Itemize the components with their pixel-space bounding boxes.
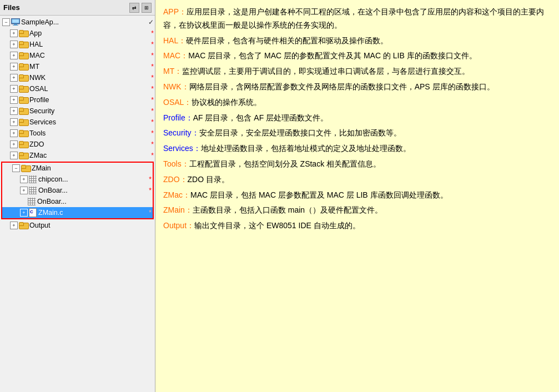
zdo-desc-text: ZDO 目录。 xyxy=(188,175,229,184)
description-panel: APP：应用层目录，这是用户创建各种不同工程的区域，在这个目录中包含了应用层的内… xyxy=(155,0,559,392)
output-label: Output xyxy=(29,222,154,229)
osal-expander[interactable]: + xyxy=(10,85,18,93)
file-panel-header: Files ⇄ ⊞ xyxy=(0,0,155,16)
app-desc: APP：应用层目录，这是用户创建各种不同工程的区域，在这个目录中包含了应用层的内… xyxy=(163,6,551,32)
nwk-desc-text: 网络层目录，含网络层配置参数文件及网络层库的函数接口文件，APS 层库的函数接口… xyxy=(189,82,495,91)
services-expander[interactable]: + xyxy=(10,118,18,126)
hal-folder-icon xyxy=(19,41,28,48)
zmac-label: ZMac xyxy=(29,152,149,159)
mt-keyword: MT： xyxy=(163,67,182,76)
security-folder-icon xyxy=(19,108,28,115)
zmainc-label: ZMain.c xyxy=(38,209,147,217)
zmac-desc: ZMac：MAC 层目录，包括 MAC 层参数配置及 MAC 层 LIB 库函数… xyxy=(163,189,551,202)
file-panel: Files ⇄ ⊞ − SampleAp... ✓ xyxy=(0,0,155,392)
mt-folder-icon xyxy=(19,63,28,71)
zdo-label: ZDO xyxy=(29,140,149,148)
nwk-expander[interactable]: + xyxy=(10,74,18,82)
tree-item-mt[interactable]: + MT * xyxy=(0,61,155,72)
hal-expander[interactable]: + xyxy=(10,41,18,48)
output-expander[interactable]: + xyxy=(10,222,18,229)
tree-item-zmainc[interactable]: + ZMain.c * xyxy=(2,207,153,218)
mac-label: MAC xyxy=(29,52,149,59)
security-desc: Security：安全层目录，安全层处理函数接口文件，比如加密函数等。 xyxy=(163,127,551,140)
app-expander[interactable]: + xyxy=(10,29,18,37)
tree-item-zdo[interactable]: + ZDO * xyxy=(0,139,155,150)
nwk-desc: NWK：网络层目录，含网络层配置参数文件及网络层库的函数接口文件，APS 层库的… xyxy=(163,81,551,94)
zmainc-expander[interactable]: + xyxy=(20,209,28,217)
output-folder-icon xyxy=(19,222,28,229)
tree-item-tools[interactable]: + Tools * xyxy=(0,128,155,139)
tree-item-hal[interactable]: + HAL * xyxy=(0,39,155,50)
view-icon[interactable]: ⊞ xyxy=(142,3,152,13)
onboard2-grid-icon xyxy=(28,198,36,205)
osal-star: * xyxy=(151,85,154,93)
mac-expander[interactable]: + xyxy=(10,52,18,59)
app-keyword: APP： xyxy=(163,7,187,16)
file-tree[interactable]: − SampleAp... ✓ + App * + xyxy=(0,16,155,392)
tools-folder-icon xyxy=(19,130,28,137)
tree-item-osal[interactable]: + OSAL * xyxy=(0,83,155,94)
tools-expander[interactable]: + xyxy=(10,129,18,137)
svg-rect-1 xyxy=(12,19,19,23)
tree-item-mac[interactable]: + MAC * xyxy=(0,50,155,61)
services-keyword: Services： xyxy=(163,144,201,153)
nwk-label: NWK xyxy=(29,74,149,82)
tree-item-onboard2[interactable]: OnBoar... xyxy=(2,196,153,207)
tree-item-output[interactable]: + Output xyxy=(0,220,155,231)
tree-item-security[interactable]: + Security * xyxy=(0,105,155,117)
zdo-expander[interactable]: + xyxy=(10,140,18,148)
zmain-desc: ZMain：主函数目录，包括入口函数 main（）及硬件配置文件。 xyxy=(163,204,551,217)
zmac-desc-text: MAC 层目录，包括 MAC 层参数配置及 MAC 层 LIB 库函数回调处理函… xyxy=(190,190,448,199)
zmain-folder-icon xyxy=(21,165,30,172)
sync-icon[interactable]: ⇄ xyxy=(129,3,139,13)
app-folder-icon xyxy=(19,30,28,37)
zmac-star: * xyxy=(151,152,154,159)
tree-root[interactable]: − SampleAp... ✓ xyxy=(0,17,155,28)
tree-item-app[interactable]: + App * xyxy=(0,28,155,39)
chipcon-star: * xyxy=(149,175,152,183)
tree-item-chipcon[interactable]: + chipcon... * xyxy=(2,174,153,185)
services-star: * xyxy=(151,118,154,126)
tree-item-zmain[interactable]: − ZMain xyxy=(2,163,153,174)
mt-expander[interactable]: + xyxy=(10,63,18,71)
tools-keyword: Tools： xyxy=(163,159,189,168)
root-expander[interactable]: − xyxy=(2,18,10,26)
zmain-desc-text: 主函数目录，包括入口函数 main（）及硬件配置文件。 xyxy=(193,205,382,214)
tree-item-onboard1[interactable]: + OnBoar... * xyxy=(2,185,153,196)
security-star: * xyxy=(151,107,154,115)
zdo-desc: ZDO：ZDO 目录。 xyxy=(163,173,551,187)
hal-keyword: HAL： xyxy=(163,36,186,45)
services-label: Services xyxy=(29,118,149,126)
mt-label: MT xyxy=(29,63,149,71)
mac-star: * xyxy=(151,52,154,59)
osal-keyword: OSAL： xyxy=(163,98,192,107)
onboard1-grid-icon xyxy=(29,187,37,194)
zmain-label: ZMain xyxy=(32,164,152,172)
zmain-expander[interactable]: − xyxy=(12,164,20,172)
onboard1-expander[interactable]: + xyxy=(20,187,28,194)
hal-star: * xyxy=(151,41,154,48)
file-panel-title: Files xyxy=(3,3,20,12)
tree-item-profile[interactable]: + Profile * xyxy=(0,94,155,105)
tools-star: * xyxy=(151,129,154,137)
zmac-expander[interactable]: + xyxy=(10,152,18,159)
zmain-group: − ZMain + chipcon... * + OnBoar... * xyxy=(1,162,154,219)
nwk-keyword: NWK： xyxy=(163,82,189,91)
onboard1-label: OnBoar... xyxy=(38,187,147,194)
tree-item-nwk[interactable]: + NWK * xyxy=(0,72,155,83)
chipcon-label: chipcon... xyxy=(38,175,147,183)
mt-desc-text: 监控调试层，主要用于调试目的，即实现通过串口调试各层，与各层进行直接交互。 xyxy=(182,67,470,76)
mt-star: * xyxy=(151,63,154,71)
profile-expander[interactable]: + xyxy=(10,96,18,104)
hal-desc: HAL：硬件层目录，包含有与硬件相关的配置和驱动及操作函数。 xyxy=(163,34,551,48)
tree-item-zmac[interactable]: + ZMac * xyxy=(0,150,155,161)
mt-desc: MT：监控调试层，主要用于调试目的，即实现通过串口调试各层，与各层进行直接交互。 xyxy=(163,65,551,78)
security-expander[interactable]: + xyxy=(10,107,18,115)
root-checkmark: ✓ xyxy=(148,18,154,26)
security-label: Security xyxy=(29,107,149,115)
tree-item-services[interactable]: + Services * xyxy=(0,117,155,128)
tools-desc: Tools：工程配置目录，包括空间划分及 ZStack 相关配置信息。 xyxy=(163,158,551,171)
chipcon-expander[interactable]: + xyxy=(20,175,28,183)
security-desc-text: 安全层目录，安全层处理函数接口文件，比如加密函数等。 xyxy=(199,128,401,137)
zdo-folder-icon xyxy=(19,141,28,148)
